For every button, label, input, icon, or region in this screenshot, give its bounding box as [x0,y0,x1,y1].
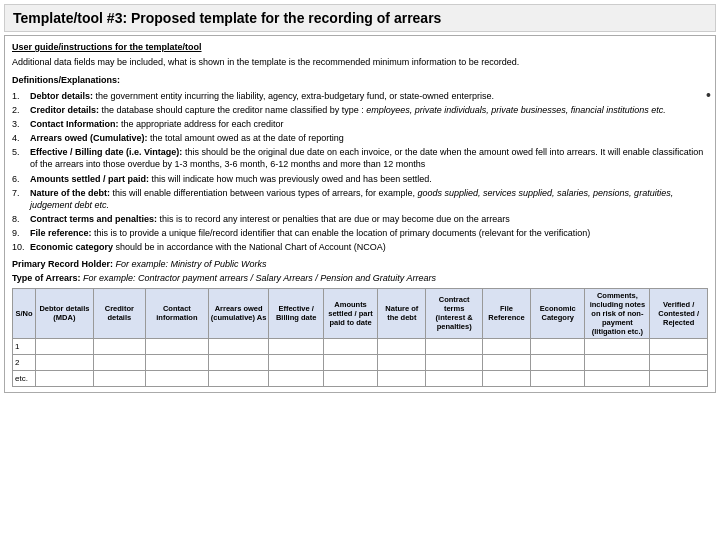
col-header-amounts: Amounts settled / part paid to date [323,288,377,338]
user-guide-desc: Additional data fields may be included, … [12,56,708,69]
rowetc-debtor [36,371,94,387]
col-header-sno: S/No [13,288,36,338]
def-item-9: 9. File reference: this is to provide a … [12,227,708,239]
row2-verified [650,354,708,370]
table-row: etc. [13,371,708,387]
col-header-contract: Contract terms (interest & penalties) [426,288,483,338]
row2-contact [145,354,208,370]
row2-arrears [208,354,269,370]
col-header-nature: Nature of the debt [378,288,426,338]
def-item-1: 1. Debtor details: the government entity… [12,90,708,102]
definitions-title: Definitions/Explanations: [12,74,708,87]
col-header-creditor: Creditor details [93,288,145,338]
def-item-2: 2. Creditor details: the database should… [12,104,708,116]
page-wrapper: Template/tool #3: Proposed template for … [0,0,720,540]
row1-arrears [208,338,269,354]
rowetc-economic [531,371,585,387]
table-row: 1 [13,338,708,354]
rowetc-sno: etc. [13,371,36,387]
row2-file [482,354,530,370]
col-header-comments: Comments, including notes on risk of non… [585,288,650,338]
rowetc-contact [145,371,208,387]
row2-amounts [323,354,377,370]
col-header-verified: Verified / Contested / Rejected [650,288,708,338]
col-header-file: File Reference [482,288,530,338]
user-guide-title: User guide/instructions for the template… [12,41,708,54]
def-item-4: 4. Arrears owed (Cumulative): the total … [12,132,708,144]
rowetc-nature [378,371,426,387]
row1-sno: 1 [13,338,36,354]
table-row: 2 [13,354,708,370]
row1-effective [269,338,323,354]
col-header-contact: Contact information [145,288,208,338]
rowetc-arrears [208,371,269,387]
row2-nature [378,354,426,370]
scroll-indicator[interactable]: • [706,86,711,106]
rowetc-comments [585,371,650,387]
row1-creditor [93,338,145,354]
row2-comments [585,354,650,370]
def-item-7: 7. Nature of the debt: this will enable … [12,187,708,211]
row2-debtor [36,354,94,370]
rowetc-contract [426,371,483,387]
row2-economic [531,354,585,370]
rowetc-amounts [323,371,377,387]
def-item-10: 10. Economic category should be in accor… [12,241,708,253]
def-item-5: 5. Effective / Billing date (i.e. Vintag… [12,146,708,170]
def-item-8: 8. Contract terms and penalties: this is… [12,213,708,225]
row2-sno: 2 [13,354,36,370]
type-of-arrears: Type of Arrears: For example: Contractor… [12,272,708,285]
row1-amounts [323,338,377,354]
col-header-debtor: Debtor details (MDA) [36,288,94,338]
page-title: Template/tool #3: Proposed template for … [4,4,716,32]
content-box: • User guide/instructions for the templa… [4,35,716,393]
row1-debtor [36,338,94,354]
rowetc-verified [650,371,708,387]
row1-contact [145,338,208,354]
def-item-3: 3. Contact Information: the appropriate … [12,118,708,130]
col-header-arrears: Arrears owed (cumulative) As [208,288,269,338]
col-header-effective: Effective / Billing date [269,288,323,338]
row1-comments [585,338,650,354]
row1-verified [650,338,708,354]
primary-record-holder: Primary Record Holder: For example: Mini… [12,258,708,271]
row1-file [482,338,530,354]
row1-economic [531,338,585,354]
row1-contract [426,338,483,354]
definitions-list: 1. Debtor details: the government entity… [12,90,708,254]
rowetc-creditor [93,371,145,387]
def-item-6: 6. Amounts settled / part paid: this wil… [12,173,708,185]
arrears-table: S/No Debtor details (MDA) Creditor detai… [12,288,708,388]
row2-effective [269,354,323,370]
row2-creditor [93,354,145,370]
rowetc-file [482,371,530,387]
col-header-economic: Economic Category [531,288,585,338]
row2-contract [426,354,483,370]
rowetc-effective [269,371,323,387]
row1-nature [378,338,426,354]
table-header-row: S/No Debtor details (MDA) Creditor detai… [13,288,708,338]
